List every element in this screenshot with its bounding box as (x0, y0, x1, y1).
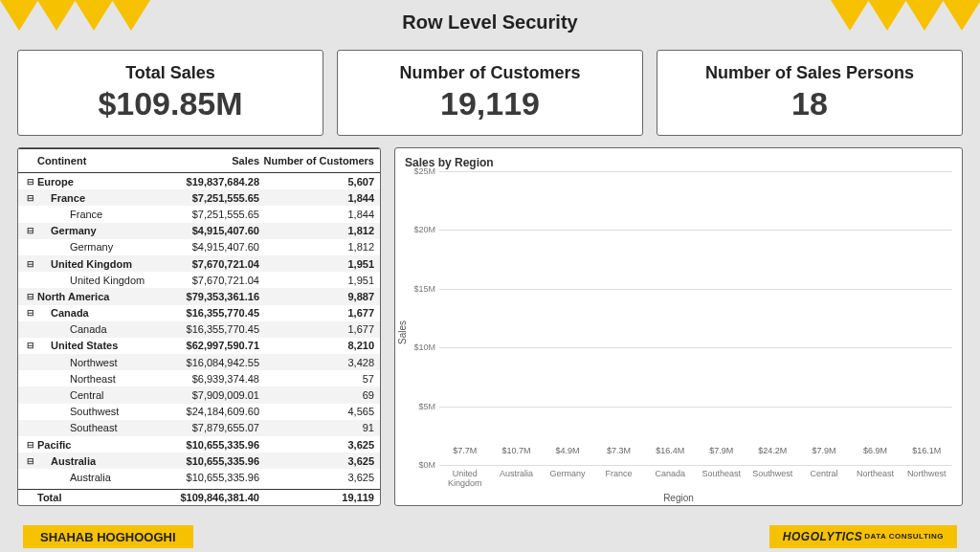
row-customers: 3,625 (259, 455, 374, 467)
table-row[interactable]: ⊟United States$62,997,590.718,210 (18, 338, 380, 354)
chart-bar-value-label: $16.1M (912, 446, 941, 455)
row-customers: 1,677 (259, 307, 374, 319)
table-row[interactable]: Southwest$24,184,609.604,565 (18, 404, 380, 420)
row-name: Australia (37, 472, 154, 483)
row-name: Southwest (37, 406, 154, 417)
brand-sub: DATA CONSULTING (864, 533, 944, 540)
content-row: Continent Sales Number of Customers ⊟Eur… (17, 147, 963, 506)
row-name: North America (37, 291, 154, 302)
row-name: Germany (37, 241, 154, 253)
col-header-customers[interactable]: Number of Customers (259, 155, 374, 166)
expand-collapse-icon[interactable]: ⊟ (24, 193, 37, 203)
chart-grid-line (439, 465, 952, 466)
row-customers: 1,812 (259, 241, 374, 253)
chart-y-tick: $20M (405, 225, 435, 234)
chart-x-tick: Central (798, 470, 850, 488)
row-name: Europe (37, 176, 154, 188)
row-name: France (37, 192, 154, 204)
kpi-customers: Number of Customers 19,119 (337, 50, 643, 136)
footer-brand: HOGOLYTICS DATA CONSULTING (769, 525, 957, 548)
row-customers: 4,565 (259, 406, 374, 417)
table-header-row: Continent Sales Number of Customers (18, 148, 380, 173)
chart-x-tick: Southeast (696, 470, 747, 488)
chart-x-tick: Australia (491, 470, 543, 488)
table-row[interactable]: ⊟Europe$19,837,684.285,607 (18, 173, 380, 189)
table-row[interactable]: Germany$4,915,407.601,812 (18, 239, 380, 255)
row-customers: 8,210 (259, 340, 374, 351)
row-customers: 3,625 (259, 472, 374, 483)
table-row[interactable]: ⊟Germany$4,915,407.601,812 (18, 223, 380, 239)
chart-bar-value-label: $6.9M (863, 446, 887, 455)
expand-collapse-icon[interactable]: ⊟ (24, 177, 37, 187)
row-name: Pacific (37, 439, 154, 451)
row-name: Northeast (37, 373, 154, 385)
row-customers: 9,887 (259, 291, 374, 302)
kpi-row: Total Sales $109.85M Number of Customers… (17, 50, 963, 136)
kpi-value: $109.85M (98, 85, 242, 122)
chart-grid-line (439, 230, 952, 231)
kpi-value: 18 (791, 85, 828, 122)
sales-matrix-table[interactable]: Continent Sales Number of Customers ⊟Eur… (17, 147, 381, 506)
row-sales: $4,915,407.60 (154, 241, 259, 253)
table-row[interactable]: ⊟United Kingdom$7,670,721.041,951 (18, 255, 380, 272)
row-sales: $10,655,335.96 (154, 439, 259, 451)
table-body: ⊟Europe$19,837,684.285,607⊟France$7,251,… (18, 173, 380, 489)
expand-collapse-icon[interactable]: ⊟ (24, 226, 37, 235)
chart-x-tick: Southwest (747, 470, 799, 488)
row-customers: 1,844 (259, 209, 374, 220)
expand-collapse-icon[interactable]: ⊟ (24, 341, 37, 350)
row-customers: 69 (259, 389, 374, 401)
table-row[interactable]: United Kingdom$7,670,721.041,951 (18, 272, 380, 288)
row-sales: $4,915,407.60 (154, 225, 259, 236)
expand-collapse-icon[interactable]: ⊟ (24, 259, 37, 269)
table-row[interactable]: Central$7,909,009.0169 (18, 386, 380, 403)
page-title: Row Level Security (0, 11, 980, 33)
row-customers: 5,607 (259, 176, 374, 188)
row-sales: $62,997,590.71 (154, 340, 259, 351)
row-name: United Kingdom (37, 275, 154, 286)
row-sales: $16,355,770.45 (154, 323, 259, 335)
row-customers: 3,428 (259, 357, 374, 368)
row-name: Germany (37, 225, 154, 236)
chart-grid-line (439, 171, 952, 172)
kpi-label: Number of Sales Persons (705, 63, 914, 83)
total-customers: 19,119 (259, 492, 374, 503)
expand-collapse-icon[interactable]: ⊟ (24, 440, 37, 450)
expand-collapse-icon[interactable]: ⊟ (24, 308, 37, 318)
row-customers: 1,951 (259, 258, 374, 270)
row-name: United Kingdom (37, 258, 154, 270)
table-row[interactable]: Southeast$7,879,655.0791 (18, 420, 380, 436)
col-header-continent[interactable]: Continent (37, 155, 154, 166)
table-row[interactable]: ⊟France$7,251,555.651,844 (18, 189, 380, 206)
table-row[interactable]: ⊟Canada$16,355,770.451,677 (18, 305, 380, 321)
table-row[interactable]: Canada$16,355,770.451,677 (18, 321, 380, 338)
chart-x-tick: France (593, 470, 645, 488)
row-customers: 1,812 (259, 225, 374, 236)
row-name: Southeast (37, 422, 154, 433)
table-row[interactable]: Northeast$6,939,374.4857 (18, 370, 380, 386)
table-row[interactable]: Northwest$16,084,942.553,428 (18, 354, 380, 370)
chart-bar-value-label: $10.7M (501, 446, 530, 455)
chart-x-axis-label: Region (395, 493, 962, 503)
sales-by-region-chart[interactable]: Sales by Region Sales $7.7M$10.7M$4.9M$7… (394, 147, 963, 506)
row-name: France (37, 209, 154, 220)
table-row[interactable]: France$7,251,555.651,844 (18, 206, 380, 222)
chart-y-tick: $0M (405, 460, 435, 470)
row-name: Canada (37, 307, 154, 319)
row-sales: $16,084,942.55 (154, 357, 259, 368)
expand-collapse-icon[interactable]: ⊟ (24, 456, 37, 466)
chart-y-tick: $5M (405, 402, 435, 411)
chart-x-tick: Northwest (901, 470, 952, 488)
table-row[interactable]: ⊟North America$79,353,361.169,887 (18, 288, 380, 304)
chart-bar-value-label: $16.4M (656, 446, 684, 455)
expand-collapse-icon[interactable]: ⊟ (24, 292, 37, 301)
row-sales: $10,655,335.96 (154, 472, 259, 483)
col-header-sales[interactable]: Sales (154, 155, 259, 166)
table-row[interactable]: ⊟Pacific$10,655,335.963,625 (18, 436, 380, 453)
row-sales: $16,355,770.45 (154, 307, 259, 319)
brand-main: HOGOLYTICS (783, 530, 862, 543)
row-customers: 91 (259, 422, 374, 433)
table-row[interactable]: ⊟Australia$10,655,335.963,625 (18, 453, 380, 469)
row-sales: $10,655,335.96 (154, 455, 259, 467)
table-row[interactable]: Australia$10,655,335.963,625 (18, 469, 380, 485)
